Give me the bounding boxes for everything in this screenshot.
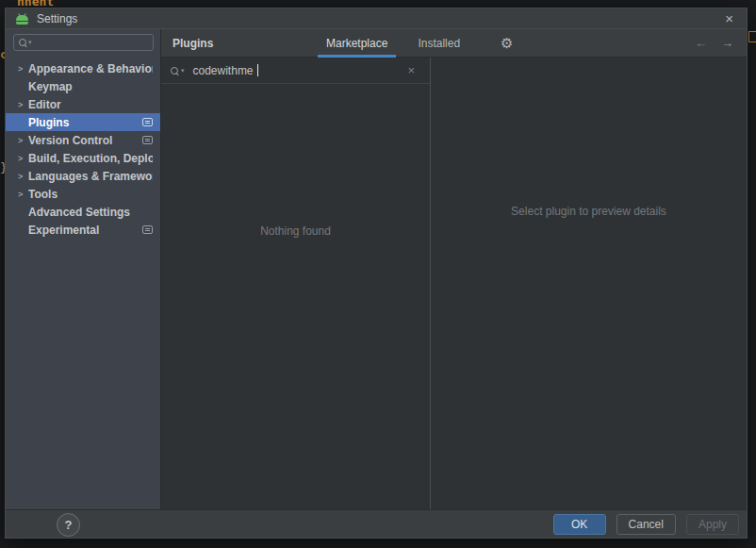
dialog-titlebar: Settings ×: [6, 8, 747, 29]
sidebar-item-version-control[interactable]: >Version Control: [6, 131, 160, 149]
history-nav: ← →: [695, 36, 747, 50]
tab-marketplace[interactable]: Marketplace: [323, 29, 390, 58]
sidebar-item-label: Keymap: [28, 80, 153, 93]
clear-search-icon[interactable]: ×: [407, 64, 415, 76]
marketplace-search-input[interactable]: ▾ codewithme ×: [161, 58, 430, 84]
sidebar-item-experimental[interactable]: Experimental: [6, 221, 160, 239]
settings-dialog: Settings × ▾ >Appearance & BehaviorKeyma…: [5, 8, 748, 539]
tab-installed[interactable]: Installed: [415, 29, 463, 58]
page-title: Plugins: [161, 37, 213, 50]
plugin-detail-panel: Select plugin to preview details: [430, 58, 747, 509]
sidebar-item-label: Experimental: [28, 224, 142, 237]
sidebar-item-label: Plugins: [28, 116, 142, 129]
chevron-right-icon[interactable]: >: [18, 136, 28, 145]
sidebar-item-editor[interactable]: >Editor: [6, 95, 160, 113]
close-icon[interactable]: ×: [721, 11, 737, 25]
settings-sidebar: ▾ >Appearance & BehaviorKeymap>EditorPlu…: [6, 29, 161, 509]
chevron-right-icon[interactable]: >: [18, 64, 28, 74]
chevron-right-icon[interactable]: >: [18, 190, 28, 199]
sidebar-item-build-execution-deployment[interactable]: >Build, Execution, Deployment: [6, 149, 160, 167]
sidebar-item-label: Version Control: [28, 134, 142, 147]
sidebar-item-label: Appearance & Behavior: [28, 62, 153, 75]
dialog-footer: ? OKCancelApply: [6, 509, 747, 538]
chevron-right-icon[interactable]: >: [18, 154, 28, 163]
chevron-right-icon[interactable]: >: [18, 172, 28, 181]
sidebar-item-languages-frameworks[interactable]: >Languages & Frameworks: [6, 167, 160, 185]
screen: nnent c } Settings × ▾ >Appearance & Beh…: [0, 0, 756, 548]
android-studio-icon: [15, 13, 29, 25]
search-query-text: codewithme: [193, 64, 254, 77]
sidebar-item-label: Tools: [28, 188, 153, 201]
sidebar-item-appearance-behavior[interactable]: >Appearance & Behavior: [6, 59, 160, 77]
help-button[interactable]: ?: [57, 513, 80, 537]
search-caret-icon: ▾: [181, 67, 185, 75]
footer-buttons: OKCancelApply: [553, 514, 747, 535]
sidebar-item-keymap[interactable]: Keymap: [6, 77, 160, 95]
settings-tree: >Appearance & BehaviorKeymap>EditorPlugi…: [6, 59, 160, 239]
sidebar-item-label: Build, Execution, Deployment: [28, 152, 153, 165]
cancel-button[interactable]: Cancel: [616, 514, 676, 535]
sidebar-item-advanced-settings[interactable]: Advanced Settings: [6, 203, 160, 221]
search-icon: [171, 67, 178, 75]
sidebar-item-label: Advanced Settings: [28, 206, 153, 219]
chevron-right-icon[interactable]: >: [18, 100, 28, 109]
gear-icon[interactable]: ⚙: [501, 29, 513, 58]
ide-settings-badge-icon: [142, 136, 153, 144]
ide-settings-badge-icon: [142, 118, 153, 126]
sidebar-item-tools[interactable]: >Tools: [6, 185, 160, 203]
sidebar-item-label: Languages & Frameworks: [28, 170, 153, 183]
sidebar-item-label: Editor: [28, 98, 153, 111]
plugin-list-panel: ▾ codewithme × Nothing found: [161, 58, 430, 509]
dialog-title: Settings: [37, 12, 77, 25]
ide-settings-badge-icon: [142, 225, 153, 234]
search-icon: [19, 39, 26, 46]
plugins-page: Plugins MarketplaceInstalled⚙ ← → ▾ code…: [161, 29, 747, 509]
forward-arrow-icon[interactable]: →: [721, 36, 733, 50]
text-cursor: [257, 64, 258, 76]
apply-button[interactable]: Apply: [686, 514, 739, 535]
empty-results-message: Nothing found: [161, 224, 430, 238]
ok-button[interactable]: OK: [553, 514, 606, 535]
sidebar-item-plugins[interactable]: Plugins: [6, 113, 160, 131]
search-caret-icon: ▾: [28, 39, 32, 46]
back-arrow-icon[interactable]: ←: [695, 36, 707, 50]
plugins-header: Plugins MarketplaceInstalled⚙ ← →: [161, 29, 747, 58]
plugins-tabs: MarketplaceInstalled⚙: [323, 29, 514, 58]
settings-search-input[interactable]: ▾: [13, 34, 154, 51]
detail-placeholder-text: Select plugin to preview details: [431, 205, 747, 218]
background-code-highlight: [748, 31, 756, 42]
